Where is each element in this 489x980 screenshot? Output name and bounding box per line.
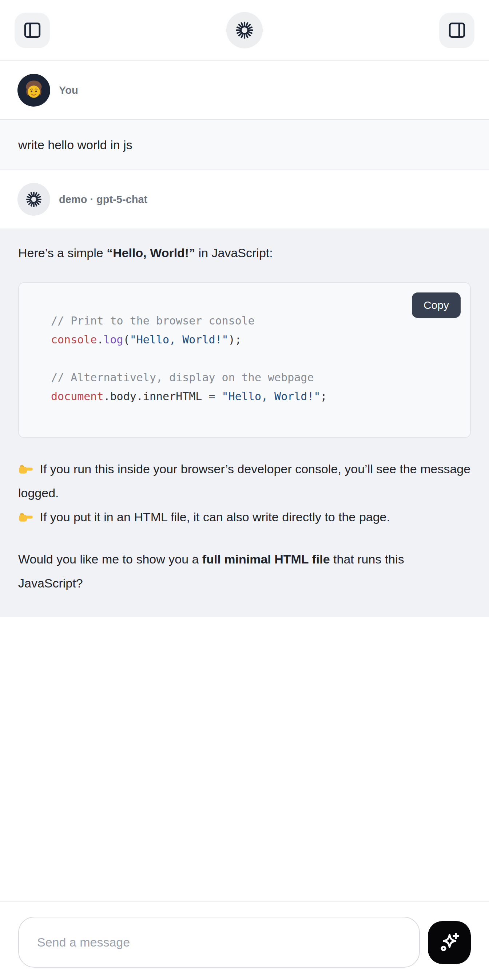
code-line: // Alternatively, display on the webpage: [51, 368, 456, 387]
user-author-label: You: [59, 84, 78, 96]
user-message-header: You: [0, 61, 489, 119]
code-content: // Print to the browser consoleconsole.l…: [51, 312, 456, 406]
assistant-question-text: Would you like me to show you a full min…: [18, 547, 471, 595]
assistant-note-line: If you put it in an HTML file, it can al…: [18, 505, 471, 529]
assistant-avatar: [18, 183, 50, 216]
starburst-spinner-icon: [234, 20, 255, 41]
app-logo-spinner: [226, 12, 263, 48]
assistant-intro-text: Here’s a simple “Hello, World!” in JavaS…: [18, 245, 471, 261]
assistant-message-header: demo · gpt-5-chat: [0, 170, 489, 228]
composer-bar: [0, 901, 489, 980]
right-panel-toggle-button[interactable]: [439, 13, 475, 48]
panel-right-icon: [447, 20, 467, 40]
assistant-message-bubble: Here’s a simple “Hello, World!” in JavaS…: [0, 228, 489, 617]
send-button[interactable]: [428, 921, 471, 964]
code-block: Copy // Print to the browser consolecons…: [18, 282, 471, 438]
copy-button[interactable]: Copy: [412, 293, 460, 318]
assistant-note-line: If you run this inside your browser’s de…: [18, 457, 471, 505]
person-emoji-icon: [18, 74, 50, 107]
pointing-right-emoji: [18, 509, 33, 524]
chat-empty-area: [0, 617, 489, 901]
top-bar: [0, 0, 489, 61]
assistant-notes: If you run this inside your browser’s de…: [18, 457, 471, 529]
user-message-bubble: write hello world in js: [0, 119, 489, 170]
pointing-right-emoji: [18, 461, 33, 476]
assistant-author-label: demo · gpt-5-chat: [59, 194, 147, 205]
user-avatar: [18, 74, 50, 107]
starburst-icon: [24, 190, 43, 209]
panel-left-icon: [22, 20, 43, 40]
user-message-text: write hello world in js: [18, 138, 132, 152]
code-line: document.body.innerHTML = "Hello, World!…: [51, 387, 456, 406]
code-line: console.log("Hello, World!");: [51, 330, 456, 349]
sparkles-icon: [437, 931, 461, 955]
message-input[interactable]: [18, 917, 420, 967]
sidebar-toggle-button[interactable]: [14, 13, 50, 48]
code-line: [51, 349, 456, 368]
code-line: // Print to the browser console: [51, 312, 456, 330]
